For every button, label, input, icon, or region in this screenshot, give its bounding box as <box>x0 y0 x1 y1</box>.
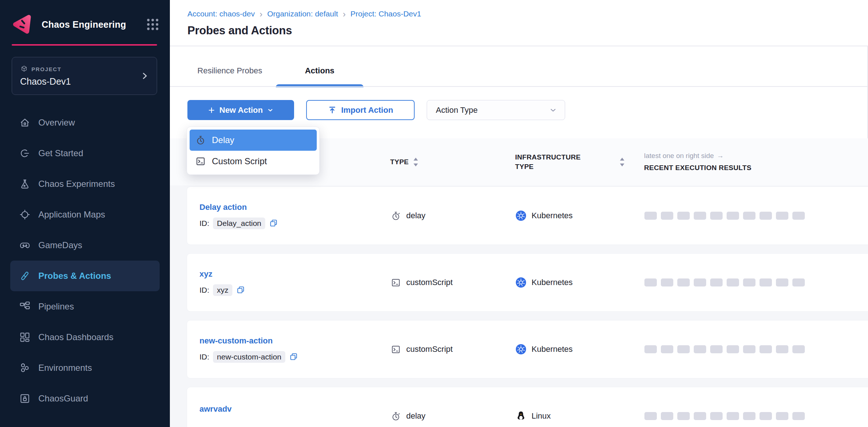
terminal-icon <box>391 277 401 288</box>
result-placeholder <box>776 278 788 286</box>
sidebar-item-chaosguard[interactable]: ChaosGuard <box>10 383 160 414</box>
result-placeholder <box>727 278 739 286</box>
action-name-link[interactable]: Delay action <box>199 203 247 212</box>
chevron-down-icon <box>549 106 557 115</box>
menu-item-delay[interactable]: Delay <box>190 130 317 151</box>
tab-resilience-probes[interactable]: Resilience Probes <box>187 55 272 86</box>
test-tube-icon <box>19 270 31 282</box>
sidebar-item-gamedays[interactable]: GameDays <box>10 230 160 261</box>
breadcrumb-project[interactable]: Project: Chaos-Dev1 <box>350 9 421 18</box>
target-icon <box>19 209 31 220</box>
stopwatch-icon <box>391 411 401 422</box>
result-placeholder <box>792 212 805 220</box>
sidebar-item-application-maps[interactable]: Application Maps <box>10 199 160 230</box>
result-placeholder <box>644 412 657 420</box>
project-selector[interactable]: PROJECT Chaos-Dev1 <box>12 57 157 95</box>
result-placeholder <box>661 412 673 420</box>
result-placeholder <box>792 412 805 420</box>
action-row[interactable]: Delay action ID: Delay_action delay <box>187 186 868 245</box>
home-icon <box>19 117 31 128</box>
action-row[interactable]: new-custom-action ID: new-custom-action … <box>187 320 868 378</box>
sidebar-item-chaos-dashboards[interactable]: Chaos Dashboards <box>10 322 160 353</box>
chevron-down-icon <box>267 107 274 114</box>
action-name-link[interactable]: awrvadv <box>199 404 232 414</box>
terminal-icon <box>391 344 401 355</box>
stopwatch-icon <box>391 211 401 221</box>
action-row[interactable]: awrvadv ID: delay <box>187 387 868 427</box>
hexagons-icon <box>19 362 31 374</box>
result-placeholder <box>727 345 739 353</box>
result-placeholder <box>694 278 706 286</box>
arrow-right-icon: → <box>717 152 724 160</box>
breadcrumb-account[interactable]: Account: chaos-dev <box>187 9 255 18</box>
action-row[interactable]: xyz ID: xyz customScript <box>187 253 868 312</box>
header-divider <box>170 46 868 46</box>
action-id: xyz <box>213 284 233 296</box>
tab-actions[interactable]: Actions <box>276 55 363 86</box>
result-placeholder <box>710 345 723 353</box>
sidebar-item-environments[interactable]: Environments <box>10 353 160 383</box>
action-type-select[interactable]: Action Type <box>427 100 565 120</box>
new-action-button[interactable]: New Action <box>187 100 294 120</box>
kubernetes-icon <box>515 277 526 288</box>
result-placeholder <box>661 212 673 220</box>
column-header-type: TYPE <box>390 158 409 166</box>
project-name: Chaos-Dev1 <box>20 76 149 87</box>
import-action-button[interactable]: Import Action <box>306 100 415 120</box>
gamepad-icon <box>19 239 31 251</box>
breadcrumb-organization[interactable]: Organization: default <box>267 9 338 18</box>
sidebar-item-chaos-experiments[interactable]: Chaos Experiments <box>10 169 160 199</box>
result-placeholder <box>727 212 739 220</box>
brand-title: Chaos Engineering <box>42 19 146 30</box>
result-placeholder <box>743 278 755 286</box>
project-label: PROJECT <box>31 66 61 72</box>
action-name-link[interactable]: new-custom-action <box>199 336 273 346</box>
actions-list: Delay action ID: Delay_action delay <box>170 185 868 427</box>
linux-icon <box>515 411 526 422</box>
breadcrumb-separator: › <box>343 10 346 18</box>
column-header-infrastructure-type: INFRASTRUCTURE TYPE <box>515 153 592 172</box>
sidebar-nav: Overview Get Started Chaos Experiments A… <box>0 107 170 414</box>
copy-icon[interactable] <box>289 352 298 361</box>
result-placeholder <box>661 345 673 353</box>
result-placeholder <box>743 212 755 220</box>
recent-execution-results <box>644 412 868 420</box>
stopwatch-icon <box>195 135 206 146</box>
pipeline-icon <box>19 301 31 312</box>
apps-grid-icon[interactable] <box>146 18 159 31</box>
upload-icon <box>328 105 337 115</box>
recent-execution-results <box>644 212 868 220</box>
sort-icon[interactable] <box>620 157 625 167</box>
result-placeholder <box>792 345 805 353</box>
action-id: new-custom-action <box>213 351 285 363</box>
sort-icon[interactable] <box>413 157 418 167</box>
tabs-divider <box>170 86 868 87</box>
result-placeholder <box>760 212 772 220</box>
sidebar-item-probes-actions[interactable]: Probes & Actions <box>10 261 160 291</box>
result-placeholder <box>727 412 739 420</box>
brand-accent-divider <box>12 44 157 46</box>
menu-item-custom-script[interactable]: Custom Script <box>190 151 317 172</box>
result-placeholder <box>661 278 673 286</box>
copy-icon[interactable] <box>269 219 278 228</box>
flask-icon <box>19 178 31 190</box>
result-placeholder <box>776 212 788 220</box>
result-placeholder <box>760 345 772 353</box>
result-placeholder <box>710 278 723 286</box>
plus-icon <box>208 106 216 114</box>
action-name-link[interactable]: xyz <box>199 269 212 279</box>
brand-row: Chaos Engineering <box>12 13 159 36</box>
sidebar-item-pipelines[interactable]: Pipelines <box>10 291 160 322</box>
new-action-menu: Delay Custom Script <box>187 127 320 175</box>
result-placeholder <box>776 412 788 420</box>
sidebar-item-overview[interactable]: Overview <box>10 107 160 138</box>
app-root: Chaos Engineering PROJECT Chaos-Dev1 <box>0 0 868 427</box>
cube-icon <box>20 65 28 73</box>
breadcrumb: Account: chaos-dev › Organization: defau… <box>187 9 421 18</box>
result-placeholder <box>677 212 690 220</box>
result-placeholder <box>760 412 772 420</box>
get-started-icon <box>19 147 31 159</box>
copy-icon[interactable] <box>236 285 245 295</box>
sidebar-item-get-started[interactable]: Get Started <box>10 138 160 169</box>
result-placeholder <box>743 412 755 420</box>
